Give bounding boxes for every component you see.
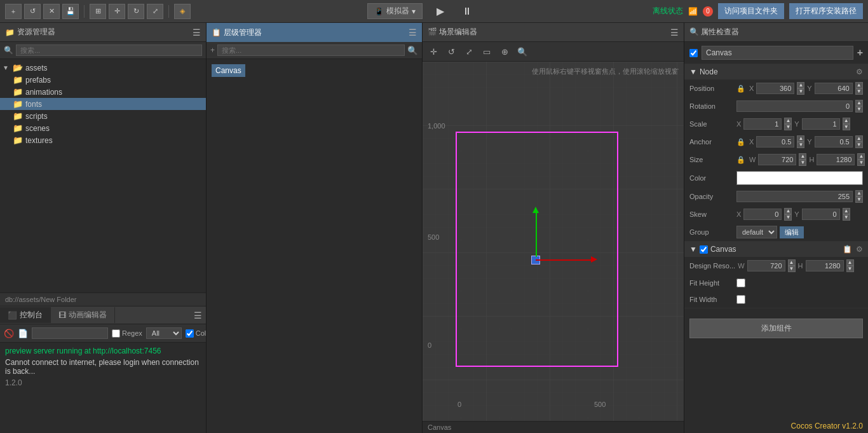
node-enabled-checkbox[interactable] (689, 49, 698, 57)
regex-checkbox[interactable] (112, 329, 120, 338)
simulate-btn[interactable]: 📱 模拟器 ▾ (367, 3, 423, 19)
canvas-section-header[interactable]: ▼ Canvas 📋 ⚙ (684, 242, 868, 257)
filter-select[interactable]: All Info Warn Error (146, 327, 182, 339)
visit-project-btn[interactable]: 访问项目文件夹 (718, 3, 784, 19)
folder-icon-prefabs: 📁 (13, 75, 23, 85)
scale-xy: X ▲▼ Y ▲▼ (736, 118, 863, 130)
move-btn[interactable]: ✛ (109, 4, 125, 19)
group-edit-btn[interactable]: 编辑 (780, 226, 804, 238)
skew-x-stepper[interactable]: ▲▼ (784, 208, 792, 221)
scene-menu-btn[interactable]: ☰ (670, 27, 679, 38)
console-file-btn[interactable]: 📄 (18, 327, 28, 340)
skew-xy: X ▲▼ Y ▲▼ (736, 208, 863, 221)
open-install-btn[interactable]: 打开程序安装路径 (789, 3, 863, 19)
node-section-header[interactable]: ▼ Node ⚙ (684, 64, 868, 79)
tree-item-fonts[interactable]: 📁 fonts (0, 98, 206, 110)
refresh-btn[interactable]: ↺ (24, 4, 41, 19)
asset-manager-menu[interactable]: ☰ (193, 27, 201, 38)
group-select[interactable]: default (736, 226, 777, 238)
tab-console[interactable]: ⬛ 控制台 (0, 307, 51, 323)
scale-x-stepper[interactable]: ▲▼ (784, 118, 792, 130)
size-w-input[interactable] (758, 154, 796, 165)
tree-item-textures[interactable]: 📁 textures (0, 134, 206, 146)
tree-item-scripts[interactable]: 📁 scripts (0, 110, 206, 122)
pause-btn[interactable]: ⏸ (458, 4, 476, 18)
scene-tool-rect[interactable]: ▭ (480, 45, 494, 58)
position-lock-icon: 🔒 (736, 85, 745, 93)
console-search-input[interactable] (32, 327, 108, 339)
add-component-btn[interactable]: 添加组件 (689, 319, 863, 338)
color-picker[interactable] (736, 171, 863, 185)
fit-height-checkbox[interactable] (736, 278, 745, 287)
bottom-panel-menu[interactable]: ☰ (190, 310, 206, 320)
hierarchy-canvas-item[interactable]: Canvas (212, 64, 245, 77)
position-y-stepper[interactable]: ▲▼ (855, 82, 863, 95)
scene-canvas[interactable]: 使用鼠标右键平移视窗焦点，使用滚轮缩放视窗 (423, 62, 684, 421)
pivot-btn[interactable]: ◈ (174, 4, 191, 19)
anchor-y-stepper[interactable]: ▲▼ (855, 135, 863, 148)
scale-btn[interactable]: ⤢ (147, 4, 163, 19)
hierarchy-search-btn[interactable]: 🔍 (407, 46, 418, 55)
scale-label: Scale (689, 120, 734, 128)
opacity-stepper[interactable]: ▲▼ (855, 190, 863, 203)
skew-x-input[interactable] (743, 209, 782, 220)
scene-tool-scale[interactable]: ⤢ (462, 45, 476, 58)
tree-item-assets[interactable]: ▼ 📂 assets (0, 62, 206, 74)
scale-x-input[interactable] (743, 118, 782, 130)
prop-add-btn[interactable]: + (857, 47, 863, 58)
close-btn[interactable]: ✕ (43, 4, 60, 19)
scene-tool-zoom[interactable]: 🔍 (515, 45, 529, 58)
play-btn[interactable]: ▶ (433, 4, 448, 18)
scale-y-input[interactable] (802, 118, 840, 130)
anchor-x-input[interactable] (756, 136, 794, 148)
size-h-stepper[interactable]: ▲▼ (857, 153, 865, 166)
hierarchy-content: Canvas (207, 59, 422, 433)
scale-y-stepper[interactable]: ▲▼ (843, 118, 850, 130)
tree-item-label: textures (25, 136, 53, 145)
console-clear-btn[interactable]: 🚫 (4, 327, 14, 340)
fit-width-checkbox[interactable] (736, 295, 745, 304)
tab-animation-editor[interactable]: 🎞 动画编辑器 (51, 307, 115, 323)
hierarchy-plus-icon: + (210, 46, 215, 55)
rotate-btn[interactable]: ↻ (128, 4, 144, 19)
tree-item-scenes[interactable]: 📁 scenes (0, 122, 206, 134)
position-y-input[interactable] (815, 83, 853, 94)
node-section: ▼ Node ⚙ Position 🔒 X ▲▼ Y ▲▼ (684, 64, 868, 242)
opacity-input[interactable] (736, 191, 853, 202)
size-label: Size (689, 156, 734, 163)
canvas-gear-icon[interactable]: ⚙ (856, 245, 863, 254)
design-w-stepper[interactable]: ▲▼ (788, 259, 796, 272)
grid-btn[interactable]: ⊞ (90, 4, 106, 19)
skew-y-stepper[interactable]: ▲▼ (843, 208, 850, 221)
scene-tool-anchor[interactable]: ⊕ (498, 45, 512, 58)
node-name-input[interactable] (702, 46, 853, 60)
rotation-stepper[interactable]: ▲▼ (855, 100, 863, 113)
skew-y-input[interactable] (802, 209, 840, 220)
scene-tool-rotate[interactable]: ↺ (444, 45, 458, 58)
design-w-input[interactable] (747, 260, 785, 271)
hierarchy-search-input[interactable] (217, 45, 405, 56)
size-w-stepper[interactable]: ▲▼ (799, 153, 806, 166)
design-h-stepper[interactable]: ▲▼ (846, 259, 854, 272)
notification-badge[interactable]: 0 (703, 6, 713, 17)
folder-icon-animations: 📁 (13, 87, 23, 97)
position-x-input[interactable] (756, 83, 794, 94)
collapse-checkbox[interactable] (186, 329, 194, 338)
scene-tool-move[interactable]: ✛ (426, 45, 440, 58)
tree-item-animations[interactable]: 📁 animations (0, 86, 206, 98)
save-btn[interactable]: 💾 (62, 4, 79, 19)
new-btn[interactable]: + (5, 4, 22, 19)
hierarchy-menu-btn[interactable]: ☰ (409, 27, 417, 38)
design-h-input[interactable] (806, 260, 844, 271)
tree-item-prefabs[interactable]: 📁 prefabs (0, 74, 206, 86)
size-h-input[interactable] (817, 154, 855, 165)
asset-search-input[interactable] (16, 45, 202, 56)
hierarchy-title: 📋 层级管理器 (212, 27, 262, 38)
canvas-copy-icon[interactable]: 📋 (843, 245, 852, 254)
anchor-y-input[interactable] (815, 136, 853, 148)
node-gear-icon[interactable]: ⚙ (856, 67, 863, 76)
rotation-input[interactable] (736, 100, 853, 112)
canvas-section-checkbox[interactable] (700, 245, 708, 254)
anchor-x-stepper[interactable]: ▲▼ (797, 135, 804, 148)
position-x-stepper[interactable]: ▲▼ (797, 82, 804, 95)
